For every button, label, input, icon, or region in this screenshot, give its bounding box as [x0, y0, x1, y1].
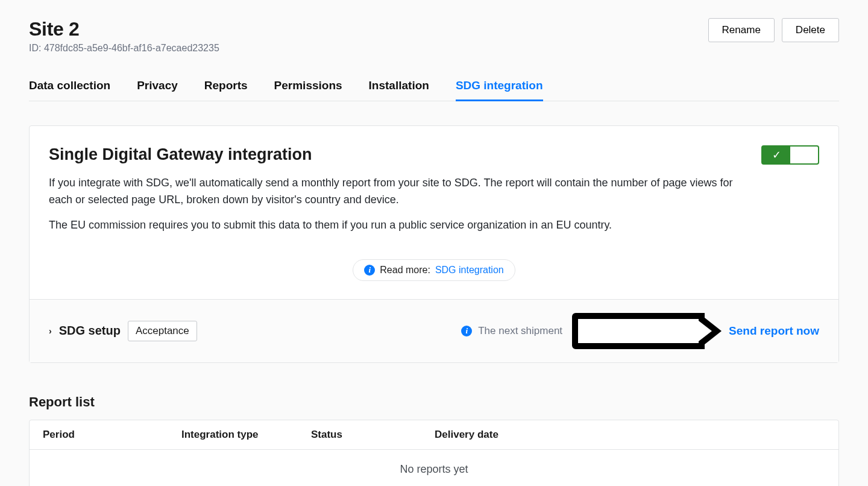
panel-description-1: If you integrate with SDG, we'll automat…: [49, 175, 737, 209]
site-id-value: 478fdc85-a5e9-46bf-af16-a7ecaed23235: [44, 43, 219, 53]
col-status: Status: [311, 429, 435, 441]
sdg-panel: Single Digital Gateway integration If yo…: [29, 125, 839, 363]
site-id: ID: 478fdc85-a5e9-46bf-af16-a7ecaed23235: [29, 43, 219, 54]
chevron-right-icon[interactable]: ›: [49, 326, 52, 336]
report-table-head: Period Integration type Status Delivery …: [30, 420, 838, 450]
col-delivery-date: Delivery date: [435, 429, 825, 441]
delete-button[interactable]: Delete: [782, 18, 839, 42]
readmore-label: Read more:: [380, 265, 430, 276]
report-table-empty: No reports yet: [30, 450, 838, 486]
readmore-pill: i Read more: SDG integration: [353, 259, 515, 281]
page-title: Site 2: [29, 18, 219, 40]
col-period: Period: [43, 429, 181, 441]
tab-reports[interactable]: Reports: [204, 79, 248, 101]
readmore-link[interactable]: SDG integration: [435, 265, 504, 276]
rename-button[interactable]: Rename: [708, 18, 775, 42]
info-icon: i: [364, 265, 375, 276]
acceptance-badge: Acceptance: [128, 321, 197, 341]
report-list-heading: Report list: [29, 394, 839, 410]
tab-sdg-integration[interactable]: SDG integration: [456, 79, 543, 101]
tab-permissions[interactable]: Permissions: [274, 79, 342, 101]
toggle-knob: [790, 147, 818, 163]
col-integration-type: Integration type: [181, 429, 311, 441]
site-id-prefix: ID:: [29, 43, 44, 53]
tab-data-collection[interactable]: Data collection: [29, 79, 110, 101]
send-report-now-link[interactable]: Send report now: [729, 324, 819, 338]
sdg-setup-label[interactable]: SDG setup: [59, 324, 121, 338]
panel-description-2: The EU commission requires you to submit…: [49, 217, 737, 234]
redacted-arrow-annotation: [572, 313, 705, 349]
tab-privacy[interactable]: Privacy: [137, 79, 178, 101]
sdg-toggle[interactable]: ✓: [761, 145, 819, 165]
next-shipment-label: The next shipment: [478, 325, 562, 337]
check-icon: ✓: [763, 147, 790, 163]
tabs: Data collection Privacy Reports Permissi…: [29, 79, 839, 101]
info-icon: i: [461, 326, 472, 336]
tab-installation[interactable]: Installation: [369, 79, 429, 101]
report-table: Period Integration type Status Delivery …: [29, 420, 839, 486]
panel-heading: Single Digital Gateway integration: [49, 145, 737, 164]
